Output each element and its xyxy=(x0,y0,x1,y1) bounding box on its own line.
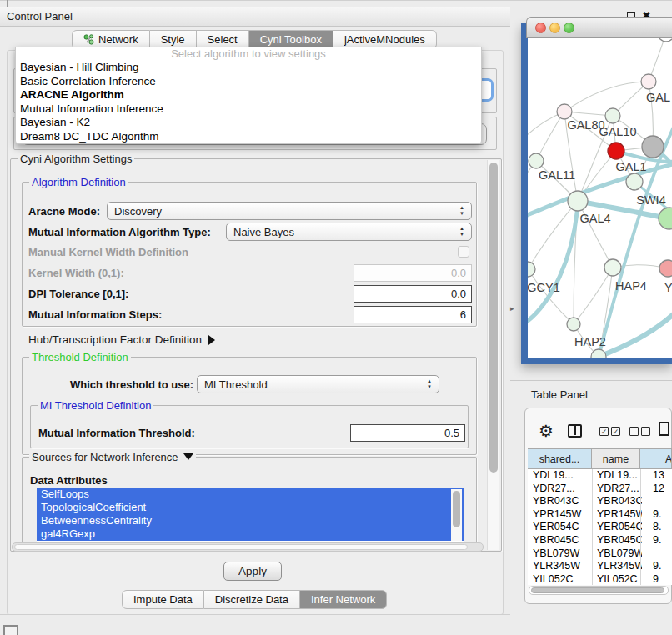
algorithm-prompt: Select algorithm to view settings xyxy=(16,48,481,61)
deselect-all-icon[interactable] xyxy=(629,427,639,436)
cell-shared-name: YPR145W xyxy=(533,508,591,522)
table-hscrollbar-thumb[interactable] xyxy=(531,588,664,593)
cell-name: YER054C xyxy=(597,521,642,534)
select-all-icon[interactable]: ✓ xyxy=(611,427,620,436)
cell-shared-name: YLR345W xyxy=(533,560,591,573)
menu-item[interactable]: Dream8 DC_TDC Algorithm xyxy=(16,130,481,144)
cell-name: YBR043C xyxy=(597,495,642,508)
column-header-partial[interactable]: A xyxy=(640,448,672,469)
cell-shared-name: YIL052C xyxy=(533,573,591,585)
deselect-all-icon[interactable] xyxy=(641,427,650,436)
select-all-icon[interactable]: ✓ xyxy=(599,427,609,436)
cell-shared-name: YBR043C xyxy=(533,495,591,508)
cell-name: YBR045C xyxy=(597,534,642,548)
cell-value: 9. xyxy=(653,534,672,548)
table-row[interactable]: YBR045C YBR045C 9. xyxy=(528,534,672,548)
document-icon[interactable] xyxy=(659,422,669,436)
table-row[interactable]: YER054C YER054C 8. xyxy=(528,521,672,534)
cell-shared-name: YBR045C xyxy=(533,534,591,548)
table-row[interactable]: YDR27... YDR27... 12 xyxy=(528,482,672,496)
table-panel-separator xyxy=(510,380,672,381)
menu-item[interactable]: Bayesian - Hill Climbing xyxy=(16,61,481,75)
cell-value: 12 xyxy=(653,482,672,496)
menu-item[interactable]: Bayesian - K2 xyxy=(16,116,481,130)
table-panel-title: Table Panel xyxy=(531,388,588,401)
cell-shared-name: YBL079W xyxy=(533,548,591,561)
cell-value xyxy=(653,548,672,561)
cell-name: YDL19... xyxy=(597,469,642,482)
cell-name: YPR145W xyxy=(597,508,642,522)
table-horizontal-scrollbar[interactable] xyxy=(529,586,669,595)
cell-shared-name: YDL19... xyxy=(533,469,591,482)
column-header-name[interactable]: name xyxy=(592,448,640,469)
cell-value xyxy=(653,495,672,508)
screen: Control Panel ✖ Network Style Select Cyn… xyxy=(0,0,672,635)
menu-item-selected[interactable]: ARACNE Algorithm xyxy=(16,88,481,102)
cell-shared-name: YER054C xyxy=(533,521,591,534)
column-divider xyxy=(592,469,593,585)
cell-name: YLR345W xyxy=(597,560,642,573)
cell-value: 9. xyxy=(653,508,672,522)
cell-value: 13 xyxy=(653,469,672,482)
menu-item[interactable]: Mutual Information Inference xyxy=(16,102,481,117)
gear-icon[interactable]: ⚙ xyxy=(539,421,554,441)
columns-icon-divider xyxy=(574,426,576,435)
column-header-shared[interactable]: shared... xyxy=(528,448,592,469)
cell-value: 9. xyxy=(653,560,672,573)
table-row[interactable]: YLR345W YLR345W 9. xyxy=(528,560,672,573)
table-row[interactable]: YPR145W YPR145W 9. xyxy=(528,508,672,522)
cell-name: YIL052C xyxy=(597,573,642,585)
columns-icon[interactable] xyxy=(568,424,582,438)
table-row[interactable]: YDL19... YDL19... 13 xyxy=(528,469,672,482)
cell-value: 9 xyxy=(653,573,672,585)
cell-name: YDR27... xyxy=(597,482,642,496)
table-row[interactable]: YBR043C YBR043C xyxy=(528,495,672,508)
column-divider xyxy=(640,469,641,585)
table-row[interactable]: YBL079W YBL079W xyxy=(528,548,672,561)
cell-value: 8. xyxy=(653,521,672,534)
menu-item[interactable]: Basic Correlation Inference xyxy=(16,75,481,89)
cell-name: YBL079W xyxy=(597,548,642,561)
table-rows: YDL19... YDL19... 13 YDR27... YDR27... 1… xyxy=(528,469,672,585)
algorithm-popup: Select algorithm to view settings Bayesi… xyxy=(15,47,482,144)
cell-shared-name: YDR27... xyxy=(533,482,591,496)
table-row[interactable]: YIL052C YIL052C 9 xyxy=(528,573,672,585)
